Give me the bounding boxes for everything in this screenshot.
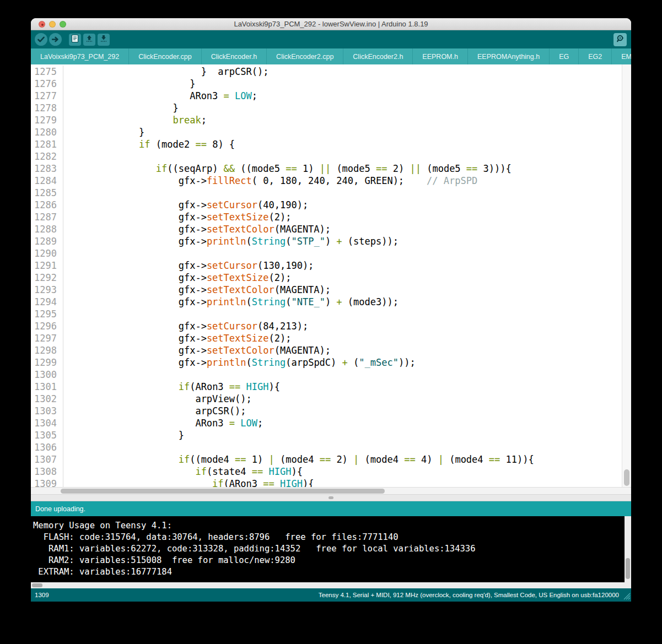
code-line[interactable]: 1278 }	[31, 102, 631, 114]
code-line[interactable]: 1285	[31, 187, 631, 199]
bottom-status-bar: 1309 Teensy 4.1, Serial + MIDI, 912 MHz …	[31, 588, 631, 602]
tab-EEPROMAnything.h[interactable]: EEPROMAnything.h	[468, 48, 550, 64]
code-text: }	[63, 78, 195, 90]
code-line[interactable]: 1288 gfx->setTextColor(MAGENTA);	[31, 223, 631, 235]
line-number: 1305	[31, 429, 63, 441]
code-text	[63, 247, 66, 259]
code-text: gfx->setTextColor(MAGENTA);	[63, 344, 331, 356]
code-line[interactable]: 1275 } arpCSR();	[31, 66, 631, 78]
code-line[interactable]: 1277 ARon3 = LOW;	[31, 90, 631, 102]
code-line[interactable]: 1309 if(ARon3 == HIGH){	[31, 478, 631, 487]
code-line[interactable]: 1305 }	[31, 429, 631, 441]
code-line[interactable]: 1283 if((seqArp) && ((mode5 == 1) || (mo…	[31, 163, 631, 175]
line-number: 1298	[31, 344, 63, 356]
code-line[interactable]: 1284 gfx->fillRect( 0, 180, 240, 240, GR…	[31, 175, 631, 187]
verify-button[interactable]	[35, 33, 47, 46]
code-line[interactable]: 1298 gfx->setTextColor(MAGENTA);	[31, 344, 631, 356]
line-number: 1307	[31, 453, 63, 466]
code-line[interactable]: 1300	[31, 369, 631, 381]
minimize-button[interactable]	[49, 21, 56, 28]
zoom-button[interactable]	[60, 21, 66, 28]
code-line[interactable]: 1299 gfx->println(String(arpSpdC) + ("_m…	[31, 356, 631, 369]
tab-ClickEncoder.cpp[interactable]: ClickEncoder.cpp	[129, 48, 202, 64]
code-text: if((seqArp) && ((mode5 == 1) || (mode5 =…	[63, 163, 512, 175]
tab-EEPROM.h[interactable]: EEPROM.h	[413, 48, 468, 64]
code-line[interactable]: 1294 gfx->println(String("NTE_") + (mode…	[31, 296, 631, 308]
code-line[interactable]: 1291 gfx->setCursor(130,190);	[31, 259, 631, 272]
console-horizontal-scrollbar-thumb[interactable]	[32, 583, 42, 587]
code-editor[interactable]: 1275 } arpCSR();1276 }1277 ARon3 = LOW;1…	[31, 64, 631, 487]
line-number: 1292	[31, 272, 63, 284]
board-info: Teensy 4.1, Serial + MIDI, 912 MHz (over…	[319, 592, 619, 598]
line-number: 1302	[31, 393, 63, 405]
code-line[interactable]: 1292 gfx->setTextSize(2);	[31, 272, 631, 284]
code-line[interactable]: 1301 if(ARon3 == HIGH){	[31, 381, 631, 393]
code-line[interactable]: 1281 if (mode2 == 8) {	[31, 138, 631, 150]
code-line[interactable]: 1276 }	[31, 78, 631, 90]
code-text	[63, 308, 66, 320]
line-number: 1281	[31, 138, 63, 150]
arrow-up-icon	[85, 35, 93, 45]
code-line[interactable]: 1295	[31, 308, 631, 320]
code-line[interactable]: 1287 gfx->setTextSize(2);	[31, 211, 631, 223]
code-line[interactable]: 1280 }	[31, 126, 631, 138]
code-text: }	[63, 429, 184, 441]
console-resize-divider[interactable]	[31, 494, 631, 501]
serial-monitor-button[interactable]	[613, 33, 627, 46]
code-line[interactable]: 1304 ARon3 = LOW;	[31, 417, 631, 429]
line-number: 1289	[31, 235, 63, 247]
code-text: if(ARon3 == HIGH){	[63, 478, 314, 487]
code-line[interactable]: 1302 arpView();	[31, 393, 631, 405]
code-text: gfx->setCursor(84,213);	[63, 320, 308, 332]
tab-ClickEncoder.h[interactable]: ClickEncoder.h	[202, 48, 267, 64]
code-line[interactable]: 1306	[31, 441, 631, 453]
tab-ClickEncoder2.cpp[interactable]: ClickEncoder2.cpp	[267, 48, 343, 64]
code-line[interactable]: 1282	[31, 150, 631, 163]
line-number: 1300	[31, 369, 63, 381]
editor-horizontal-scrollbar[interactable]	[31, 487, 631, 494]
code-line[interactable]: 1290	[31, 247, 631, 259]
line-number: 1288	[31, 223, 63, 235]
code-text	[63, 369, 66, 381]
console-vertical-scrollbar-thumb[interactable]	[626, 558, 630, 579]
code-line[interactable]: 1293 gfx->setTextColor(MAGENTA);	[31, 284, 631, 296]
tab-EG[interactable]: EG	[550, 48, 579, 64]
open-button[interactable]	[83, 34, 95, 46]
code-line[interactable]: 1297 gfx->setTextSize(2);	[31, 332, 631, 344]
code-text: }	[63, 126, 144, 138]
save-button[interactable]	[98, 34, 110, 46]
code-line[interactable]: 1307 if((mode4 == 1) | (mode4 == 2) | (m…	[31, 453, 631, 466]
code-line[interactable]: 1296 gfx->setCursor(84,213);	[31, 320, 631, 332]
title-bar[interactable]: LaVoixski9p73_PCM_292 - lowerSwView.ino …	[31, 18, 631, 30]
code-line[interactable]: 1308 if(state4 == HIGH){	[31, 466, 631, 478]
document-icon	[72, 35, 78, 45]
tab-ClickEncoder2.h[interactable]: ClickEncoder2.h	[343, 48, 413, 64]
code-text: arpView();	[63, 393, 252, 405]
line-number: 1285	[31, 187, 63, 199]
tab-EG2[interactable]: EG2	[579, 48, 612, 64]
editor-vertical-scrollbar-thumb[interactable]	[624, 469, 629, 486]
tab-EM[interactable]: EM	[612, 48, 631, 64]
code-text: if(state4 == HIGH){	[63, 466, 303, 478]
editor-horizontal-scrollbar-thumb[interactable]	[61, 489, 385, 494]
code-line[interactable]: 1303 arpCSR();	[31, 405, 631, 417]
close-button[interactable]	[39, 21, 45, 28]
code-text: gfx->setTextSize(2);	[63, 272, 291, 284]
editor-vertical-scrollbar[interactable]	[622, 64, 631, 487]
tab-LaVoixski9p73_PCM_292[interactable]: LaVoixski9p73_PCM_292	[31, 48, 129, 64]
upload-button[interactable]	[49, 33, 62, 46]
code-text: gfx->setTextColor(MAGENTA);	[63, 284, 331, 296]
code-line[interactable]: 1286 gfx->setCursor(40,190);	[31, 199, 631, 211]
code-text: } arpCSR();	[63, 66, 268, 78]
current-line-indicator: 1309	[35, 592, 49, 598]
line-number: 1309	[31, 478, 63, 487]
new-sketch-button[interactable]	[69, 34, 81, 46]
code-text: if(ARon3 == HIGH){	[63, 381, 280, 393]
divider-handle-icon[interactable]	[329, 496, 333, 499]
resize-grip-icon[interactable]	[622, 591, 631, 601]
console-vertical-scrollbar[interactable]	[625, 516, 631, 582]
console-horizontal-scrollbar[interactable]	[31, 582, 631, 588]
code-line[interactable]: 1279 break;	[31, 114, 631, 126]
line-number: 1301	[31, 381, 63, 393]
code-line[interactable]: 1289 gfx->println(String("STP_") + (step…	[31, 235, 631, 247]
